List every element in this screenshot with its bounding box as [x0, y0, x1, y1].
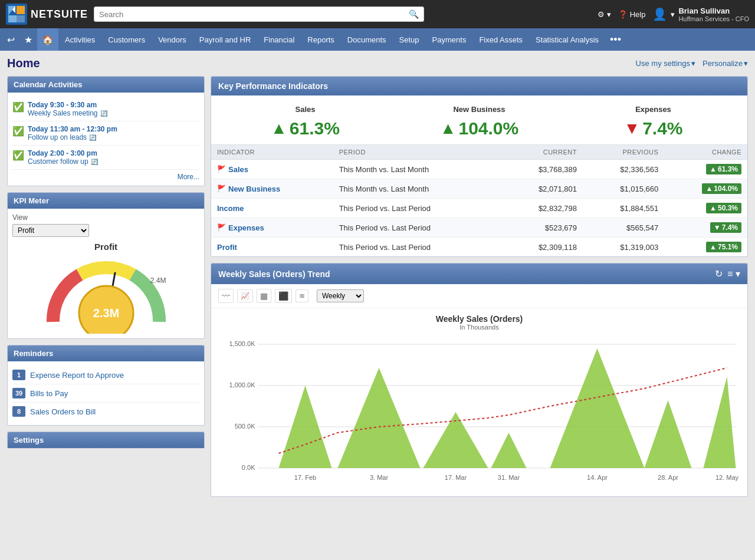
- kpi-metric-sales-value: ▲ 61.3%: [218, 118, 392, 139]
- reminder-link-bills[interactable]: Bills to Pay: [30, 389, 68, 398]
- kpi-top-metrics: Sales ▲ 61.3% New Business ▲ 104.0%: [211, 95, 747, 145]
- kpi-gauge-area: Profit 2.4M: [12, 242, 199, 334]
- kpi-table-row: 🚩 New Business This Month vs. Last Month…: [211, 179, 747, 199]
- nav-payments[interactable]: Payments: [426, 28, 473, 51]
- change-arrow-icon: ▲: [705, 185, 713, 193]
- cal-time-2[interactable]: Today 11:30 am - 12:30 pm: [28, 125, 117, 133]
- cal-more-link[interactable]: More...: [178, 173, 199, 181]
- kpi-col-previous: Previous: [583, 145, 664, 160]
- nav-history-button[interactable]: ↩: [2, 28, 19, 51]
- kpi-row-change: ▲ 104.0%: [664, 179, 747, 199]
- left-panel: Calendar Activities ✅ Today 9:30 - 9:30 …: [7, 76, 205, 497]
- chart-type-wave-btn[interactable]: ≋: [296, 289, 308, 302]
- kpi-col-change: Change: [664, 145, 747, 160]
- nav-fixed-assets[interactable]: Fixed Assets: [472, 28, 529, 51]
- logo-area: NETSUITE: [6, 4, 88, 25]
- reminder-item-sales-orders: 8 Sales Orders to Bill: [12, 403, 199, 420]
- nav-documents[interactable]: Documents: [341, 28, 393, 51]
- cal-check-icon-1: ✅: [12, 101, 24, 113]
- svg-text:1,500.0K: 1,500.0K: [229, 340, 255, 347]
- nav-customers[interactable]: Customers: [101, 28, 152, 51]
- settings-card: Settings: [7, 431, 205, 449]
- indicator-name-link[interactable]: Income: [217, 204, 244, 213]
- chart-refresh-button[interactable]: ↻: [715, 268, 723, 279]
- nav-favorites-button[interactable]: ★: [19, 28, 37, 51]
- user-menu[interactable]: 👤 ▾ Brian Sullivan Huffman Services - CF…: [652, 6, 749, 22]
- kpi-gauge-title: Profit: [94, 242, 117, 252]
- kpi-section-title: Key Performance Indicators: [218, 81, 328, 91]
- help-button[interactable]: ❓ Help: [618, 10, 646, 19]
- kpi-view-select[interactable]: Profit Sales Expenses: [12, 224, 89, 237]
- kpi-metric-new-business: New Business ▲ 104.0%: [392, 105, 566, 139]
- search-input[interactable]: [99, 10, 409, 19]
- kpi-row-previous: $2,336,563: [583, 160, 664, 179]
- kpi-row-change: ▲ 75.1%: [664, 238, 747, 257]
- flag-icon: 🚩: [217, 223, 226, 232]
- kpi-row-period: This Period vs. Last Period: [333, 199, 501, 218]
- reminder-badge-bills: 39: [12, 388, 25, 398]
- nav-payroll[interactable]: Payroll and HR: [193, 28, 257, 51]
- sales-arrow-up-icon: ▲: [271, 119, 287, 138]
- content: Calendar Activities ✅ Today 9:30 - 9:30 …: [7, 76, 748, 497]
- nav-activities[interactable]: Activities: [58, 28, 101, 51]
- svg-text:17. Feb: 17. Feb: [294, 474, 316, 481]
- kpi-row-current: $2,071,801: [501, 179, 583, 199]
- kpi-table-row: 🚩 Sales This Month vs. Last Month $3,768…: [211, 160, 747, 179]
- chart-type-bar-btn[interactable]: ▦: [257, 289, 271, 303]
- reminder-link-sales-orders[interactable]: Sales Orders to Bill: [30, 407, 96, 416]
- kpi-metric-expenses-value: ▼ 7.4%: [566, 118, 740, 139]
- change-badge: ▲ 50.3%: [706, 203, 741, 213]
- indicator-name-link[interactable]: Profit: [217, 243, 237, 252]
- chart-toolbar: 〰 📈 ▦ ⬛ ≋ Weekly Monthly Quarterly: [211, 284, 747, 308]
- personalize-link[interactable]: Personalize ▾: [703, 59, 748, 68]
- cal-desc-1[interactable]: Weekly Sales meeting: [28, 109, 98, 117]
- nav-more-button[interactable]: •••: [605, 28, 626, 51]
- nav-financial[interactable]: Financial: [257, 28, 301, 51]
- indicator-name-link[interactable]: Sales: [228, 165, 248, 174]
- settings-header: Settings: [8, 432, 204, 448]
- nav-setup[interactable]: Setup: [393, 28, 426, 51]
- cal-time-3[interactable]: Today 2:00 - 3:00 pm: [28, 149, 98, 157]
- kpi-col-period: Period: [333, 145, 501, 160]
- kpi-gauge-svg: 2.3M: [41, 254, 171, 334]
- svg-marker-23: [645, 400, 692, 468]
- kpi-row-previous: $565,547: [583, 218, 664, 238]
- kpi-table-row: Profit This Period vs. Last Period $2,30…: [211, 238, 747, 257]
- reminder-item-expense: 1 Expense Report to Approve: [12, 366, 199, 384]
- chart-type-line-btn[interactable]: 〰: [218, 289, 234, 303]
- kpi-row-change: ▲ 61.3%: [664, 160, 747, 179]
- kpi-metric-sales: Sales ▲ 61.3%: [218, 105, 392, 139]
- reminder-badge-sales-orders: 8: [12, 406, 25, 417]
- nav-reports[interactable]: Reports: [301, 28, 341, 51]
- svg-text:28. Apr: 28. Apr: [658, 474, 678, 481]
- chart-type-area-btn[interactable]: 📈: [237, 289, 253, 302]
- cal-time-1[interactable]: Today 9:30 - 9:30 am: [28, 101, 107, 109]
- netsuite-logo-icon: [6, 4, 27, 25]
- chart-type-scatter-btn[interactable]: ⬛: [275, 289, 292, 303]
- nav-statistical-analysis[interactable]: Statistical Analysis: [529, 28, 605, 51]
- cal-check-icon-2: ✅: [12, 126, 24, 137]
- cal-desc-2[interactable]: Follow up on leads: [28, 133, 87, 141]
- kpi-section: Key Performance Indicators Sales ▲ 61.3%…: [211, 76, 748, 257]
- chart-main-title: Weekly Sales (Orders): [218, 314, 740, 324]
- cal-more: More...: [12, 170, 199, 181]
- kpi-meter-body: View Profit Sales Expenses Profit 2.4M: [8, 209, 204, 338]
- chart-period-select[interactable]: Weekly Monthly Quarterly: [317, 289, 364, 302]
- nav-vendors[interactable]: Vendors: [152, 28, 193, 51]
- svg-text:17. Mar: 17. Mar: [445, 474, 467, 481]
- expenses-arrow-down-icon: ▼: [623, 119, 640, 138]
- nav-home-button[interactable]: 🏠: [37, 28, 58, 51]
- search-button[interactable]: 🔍: [409, 9, 419, 19]
- user-name: Brian Sullivan: [678, 6, 749, 15]
- indicator-name-link[interactable]: New Business: [228, 185, 280, 193]
- cal-desc-3[interactable]: Customer follow up: [28, 157, 88, 166]
- use-my-settings-link[interactable]: Use my settings ▾: [636, 59, 695, 68]
- chart-menu-button[interactable]: ≡ ▾: [727, 268, 740, 279]
- indicator-name-link[interactable]: Expenses: [228, 223, 264, 232]
- kpi-row-indicator: Profit: [211, 238, 333, 257]
- help-label: Help: [630, 10, 646, 19]
- shortcuts-button[interactable]: ⚙▾: [598, 10, 611, 19]
- svg-rect-5: [17, 15, 25, 22]
- reminder-link-expense[interactable]: Expense Report to Approve: [30, 371, 124, 380]
- reminders-body: 1 Expense Report to Approve 39 Bills to …: [8, 361, 204, 425]
